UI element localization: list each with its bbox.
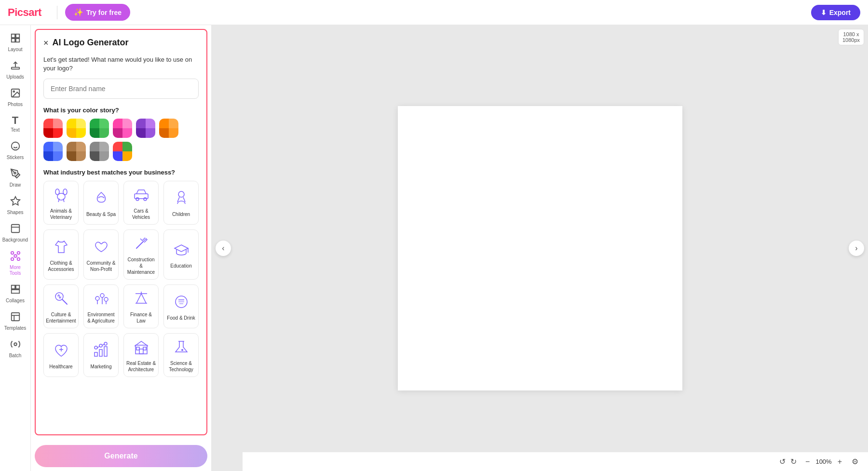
sidebar-item-batch[interactable]: Batch (2, 335, 29, 362)
sidebar-item-layout[interactable]: Layout (2, 29, 29, 55)
canvas-prev-button[interactable]: ‹ (216, 241, 231, 256)
children-label: Children (172, 211, 190, 217)
industry-science[interactable]: Science & Technology (163, 333, 199, 377)
zoom-in-button[interactable]: + (836, 457, 844, 467)
sidebar-item-label: Collages (6, 298, 25, 304)
generate-button[interactable]: Generate (35, 445, 207, 467)
try-free-button[interactable]: ✨ Try for free (65, 4, 130, 21)
construction-label: Construction & Maintenance (126, 256, 156, 275)
food-label: Food & Drink (167, 315, 195, 321)
panel-inner: × AI Logo Generator Let's get started! W… (35, 29, 207, 435)
panel-prompt: Let's get started! What name would you l… (43, 55, 199, 73)
color-swatch-red[interactable] (43, 119, 63, 138)
cars-label: Cars & Vehicles (126, 208, 156, 220)
canvas-next-button[interactable]: › (849, 241, 864, 256)
settings-button[interactable]: ⚙ (850, 456, 860, 467)
children-icon (173, 189, 190, 209)
industry-realestate[interactable]: Real Estate & Architecture (123, 333, 159, 377)
food-icon (173, 293, 190, 313)
close-button[interactable]: × (43, 39, 49, 47)
science-icon (173, 338, 190, 358)
sidebar-item-more-tools[interactable]: More Tools (2, 247, 29, 279)
beauty-icon (93, 189, 110, 209)
color-swatch-green[interactable] (90, 119, 109, 138)
industry-marketing[interactable]: Marketing (83, 333, 119, 377)
animals-label: Animals & Veterinary (46, 208, 76, 220)
generate-btn-wrap: Generate (31, 439, 211, 471)
svg-point-33 (178, 191, 184, 197)
industry-education[interactable]: Education (163, 229, 199, 280)
realestate-label: Real Estate & Architecture (126, 360, 156, 373)
shapes-icon (10, 196, 21, 208)
background-icon (10, 223, 21, 236)
industry-healthcare[interactable]: Healthcare (43, 333, 79, 377)
export-label: Export (829, 9, 851, 16)
svg-point-39 (104, 297, 108, 301)
svg-point-54 (104, 342, 107, 345)
svg-rect-3 (15, 39, 19, 42)
canvas (398, 106, 682, 390)
color-swatch-blue-purple[interactable] (43, 142, 63, 161)
industry-food[interactable]: Food & Drink (163, 284, 199, 328)
color-swatch-orange[interactable] (159, 119, 178, 138)
color-swatch-gray[interactable] (90, 142, 109, 161)
sidebar-item-background[interactable]: Background (2, 219, 29, 246)
zoom-control: − 100% + (803, 457, 844, 467)
industry-grid: Animals & Veterinary Beauty & Spa Cars &… (43, 181, 199, 377)
industry-construction[interactable]: Construction & Maintenance (123, 229, 159, 280)
sidebar-item-label: Layout (8, 47, 22, 53)
industry-section-label: What industry best matches your business… (43, 169, 199, 176)
marketing-label: Marketing (91, 363, 112, 370)
svg-rect-2 (11, 39, 14, 42)
sidebar: Layout Uploads Photos T Text Stickers (0, 25, 31, 471)
environment-icon (93, 290, 110, 310)
sidebar-item-text[interactable]: T Text (2, 111, 29, 136)
industry-finance[interactable]: Finance & Law (123, 284, 159, 328)
sidebar-item-draw[interactable]: Draw (2, 164, 29, 191)
industry-culture[interactable]: Culture & Entertainment (43, 284, 79, 328)
svg-rect-50 (99, 350, 102, 356)
batch-icon (10, 339, 21, 351)
export-button[interactable]: ⬇ Export (811, 5, 860, 20)
stickers-icon (10, 141, 21, 153)
draw-icon (10, 168, 21, 181)
sidebar-item-shapes[interactable]: Shapes (2, 192, 29, 218)
animals-icon (53, 186, 70, 206)
color-swatch-multicolor[interactable] (113, 142, 132, 161)
industry-environment[interactable]: Environment & Agriculture (83, 284, 119, 328)
industry-animals[interactable]: Animals & Veterinary (43, 181, 79, 225)
sidebar-item-stickers[interactable]: Stickers (2, 137, 29, 163)
science-label: Science & Technology (166, 360, 196, 373)
color-swatch-yellow[interactable] (67, 119, 86, 138)
color-swatch-pink-purple[interactable] (113, 119, 132, 138)
industry-children[interactable]: Children (163, 181, 199, 225)
construction-icon (133, 235, 150, 255)
industry-clothing[interactable]: Clothing & Accessories (43, 229, 79, 280)
industry-beauty[interactable]: Beauty & Spa (83, 181, 119, 225)
sidebar-item-photos[interactable]: Photos (2, 84, 29, 110)
culture-label: Culture & Entertainment (46, 311, 76, 324)
community-icon (93, 238, 110, 258)
sidebar-item-uploads[interactable]: Uploads (2, 56, 29, 83)
zoom-out-button[interactable]: − (803, 457, 812, 467)
industry-cars[interactable]: Cars & Vehicles (123, 181, 159, 225)
sidebar-item-templates[interactable]: Templates (2, 308, 29, 334)
color-swatch-purple[interactable] (136, 119, 155, 138)
export-icon: ⬇ (821, 9, 827, 16)
svg-point-17 (11, 258, 14, 261)
industry-community[interactable]: Community & Non-Profit (83, 229, 119, 280)
sidebar-item-collages[interactable]: Collages (2, 280, 29, 307)
svg-point-14 (17, 252, 19, 255)
main-area: Layout Uploads Photos T Text Stickers (0, 25, 868, 471)
brand-name-input[interactable] (43, 79, 199, 99)
svg-rect-58 (143, 347, 146, 350)
header: Picsart ✨ Try for free ⬇ Export (0, 0, 868, 25)
color-swatch-brown[interactable] (67, 142, 86, 161)
sidebar-item-label: Batch (9, 353, 22, 359)
sidebar-item-label: Text (11, 127, 19, 133)
healthcare-label: Healthcare (49, 363, 72, 370)
undo-button[interactable]: ↺ (778, 456, 787, 467)
redo-button[interactable]: ↻ (789, 456, 798, 467)
more-tools-icon (10, 251, 21, 263)
svg-point-10 (14, 172, 16, 174)
